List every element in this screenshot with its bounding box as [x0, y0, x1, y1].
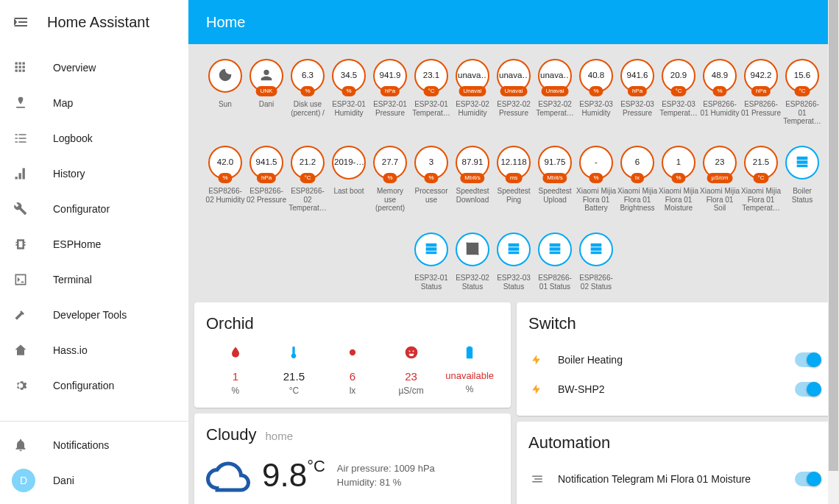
switch-card: Switch Boiler HeatingBW-SHP2	[517, 302, 833, 416]
history-icon	[12, 165, 29, 182]
glance-item[interactable]: unavailable%	[440, 345, 499, 396]
badge[interactable]: 91.75Mbit/sSpeedtest Upload	[534, 146, 576, 212]
content[interactable]: SunUNKDani6.3%Disk use (percent) /34.5%E…	[188, 44, 839, 504]
badge[interactable]: ESP32-01 Status	[411, 233, 452, 291]
auto-icon	[528, 472, 546, 486]
server-icon	[794, 154, 810, 172]
sidebar-item-configurator[interactable]: Configurator	[0, 191, 188, 227]
badge[interactable]: 23µS/cmXiaomi Mijia Flora 01 Soil Conduc…	[699, 146, 740, 212]
badge[interactable]: ESP32-03 Status	[493, 233, 534, 291]
app-title: Home Assistant	[47, 14, 149, 31]
badge-label: Xiaomi Mijia Flora 01 Battery Level	[576, 187, 616, 212]
sidebar-item-label: Developer Tools	[53, 309, 127, 321]
cloud-icon	[206, 453, 250, 497]
badge[interactable]: 15.6°CESP8266-01 Temperat…	[782, 59, 823, 125]
glance-value: 6	[350, 370, 355, 383]
sidebar-item-configuration[interactable]: Configuration	[0, 368, 188, 403]
badge[interactable]: 941.9hPaESP32-01 Pressure	[369, 59, 411, 125]
badge-value: unava…	[458, 71, 487, 80]
badge[interactable]: 6lxXiaomi Mijia Flora 01 Brightness	[617, 146, 658, 212]
sidebar-item-label: Configuration	[53, 380, 114, 391]
badge[interactable]: 40.8%ESP32-03 Humidity	[576, 59, 617, 125]
badge-unit: %	[341, 86, 355, 96]
badge[interactable]: 42.0%ESP8266-02 Humidity	[205, 146, 246, 212]
glance-item[interactable]: 21.5°C	[265, 345, 324, 396]
badge-value: 1	[676, 158, 681, 167]
badge[interactable]: unava…UnavaiESP32-02 Pressure	[493, 59, 534, 125]
badge-unit: %	[671, 173, 685, 183]
badge[interactable]: Sun	[205, 59, 246, 125]
badge[interactable]: 87.91Mbit/sSpeedtest Download	[452, 146, 493, 212]
badge-label: Xiaomi Mijia Flora 01 Soil Conducti…	[700, 187, 740, 212]
sidebar-item-logbook[interactable]: Logbook	[0, 121, 188, 156]
badge-value: 6	[635, 158, 640, 167]
toggle[interactable]	[795, 382, 821, 397]
badge-unit: hPa	[257, 173, 276, 183]
sidebar-item-overview[interactable]: Overview	[0, 50, 188, 85]
sidebar-user[interactable]: D Dani	[0, 463, 188, 498]
sidebar-item-map[interactable]: Map	[0, 85, 188, 121]
badge[interactable]: 20.9°CESP32-03 Temperat…	[658, 59, 699, 125]
badge[interactable]: Boiler Status	[782, 146, 823, 212]
sidebar-item-developer-tools[interactable]: Developer Tools	[0, 297, 188, 333]
scrollbar[interactable]	[828, 0, 839, 504]
hammer-icon	[12, 306, 29, 324]
badges-row: ESP32-01 StatusESP32-02 StatusESP32-03 S…	[194, 224, 833, 302]
badges-row: 42.0%ESP8266-02 Humidity941.5hPaESP8266-…	[194, 137, 833, 224]
weather-temp: 9.8°C	[262, 457, 325, 494]
sidebar-item-esphome[interactable]: ESPHome	[0, 227, 188, 262]
badge[interactable]: UNKDani	[246, 59, 287, 125]
badge-unit: °C	[300, 173, 316, 183]
badge[interactable]: unava…UnavaiESP32-02 Temperat…	[534, 59, 576, 125]
sidebar-item-terminal[interactable]: Terminal	[0, 262, 188, 297]
badge-value: 21.2	[300, 158, 316, 167]
sidebar-item-hass.io[interactable]: Hass.io	[0, 333, 188, 368]
badge-label: ESP32-02 Status	[453, 274, 492, 291]
badge-unit: Unavai	[500, 86, 528, 96]
glance-unit: lx	[350, 386, 356, 396]
menu-toggle-icon[interactable]	[12, 13, 29, 31]
glance-item[interactable]: 6lx	[323, 345, 382, 396]
badge[interactable]: 941.5hPaESP8266-02 Pressure	[246, 146, 287, 212]
weather-card[interactable]: Cloudy home 9.8°C Air pressure: 1009 hPa…	[194, 414, 511, 504]
page-title: Home	[206, 14, 245, 31]
badge[interactable]: 2019-…Last boot	[328, 146, 369, 212]
badge[interactable]: 23.1°CESP32-01 Temperat…	[411, 59, 452, 125]
badge[interactable]: ESP8266-02 Status	[576, 233, 617, 291]
badge[interactable]: 6.3%Disk use (percent) /	[287, 59, 328, 125]
server-icon	[547, 241, 563, 259]
badge[interactable]: 1%Xiaomi Mijia Flora 01 Moisture	[658, 146, 699, 212]
badge[interactable]: 27.7%Memory use (percent)	[369, 146, 411, 212]
badge-label: ESP8266-01 Temperat…	[782, 100, 822, 125]
badge[interactable]: 48.9%ESP8266-01 Humidity	[699, 59, 740, 125]
sidebar-item-history[interactable]: History	[0, 156, 188, 191]
badge[interactable]: ESP8266-01 Status	[534, 233, 576, 291]
badge[interactable]: 21.5°CXiaomi Mijia Flora 01 Temperat…	[740, 146, 782, 212]
badge[interactable]: -%Xiaomi Mijia Flora 01 Battery Level	[576, 146, 617, 212]
toggle[interactable]	[795, 472, 821, 486]
badge-unit: µS/cm	[707, 173, 733, 183]
topbar: Home	[188, 0, 839, 44]
badge[interactable]: ESP32-02 Status	[452, 233, 493, 291]
person-icon	[258, 67, 275, 85]
badge[interactable]: 941.6hPaESP32-03 Pressure	[617, 59, 658, 125]
server-off-icon	[464, 241, 481, 259]
flash-icon	[528, 353, 546, 366]
badge[interactable]: 3%Processor use	[411, 146, 452, 212]
badge[interactable]: 12.118msSpeedtest Ping	[493, 146, 534, 212]
badge[interactable]: 21.2°CESP8266-02 Temperat…	[287, 146, 328, 212]
badge-label: Xiaomi Mijia Flora 01 Moisture	[659, 187, 698, 212]
badge[interactable]: 942.2hPaESP8266-01 Pressure	[740, 59, 782, 125]
badge-value: 6.3	[302, 71, 314, 80]
glance-item[interactable]: 1%	[206, 345, 265, 396]
sidebar-item-notifications[interactable]: Notifications	[0, 427, 188, 463]
badge[interactable]: 34.5%ESP32-01 Humidity	[328, 59, 369, 125]
badge[interactable]: unava…UnavaiESP32-02 Humidity	[452, 59, 493, 125]
badge-value: 21.5	[753, 158, 769, 167]
badges-row: SunUNKDani6.3%Disk use (percent) /34.5%E…	[194, 50, 833, 137]
badge-value: 942.2	[751, 71, 772, 80]
toggle[interactable]	[795, 352, 821, 367]
glance-item[interactable]: 23µS/cm	[382, 345, 441, 396]
sidebar-header: Home Assistant	[0, 0, 188, 44]
badge-unit: Mbit/s	[542, 173, 567, 183]
